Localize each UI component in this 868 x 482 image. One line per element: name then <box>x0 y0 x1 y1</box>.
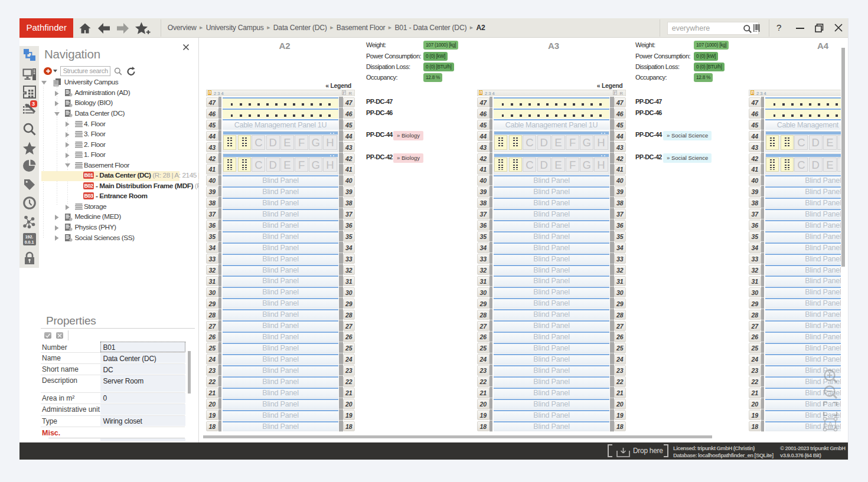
svg-text:A: A <box>828 420 833 429</box>
